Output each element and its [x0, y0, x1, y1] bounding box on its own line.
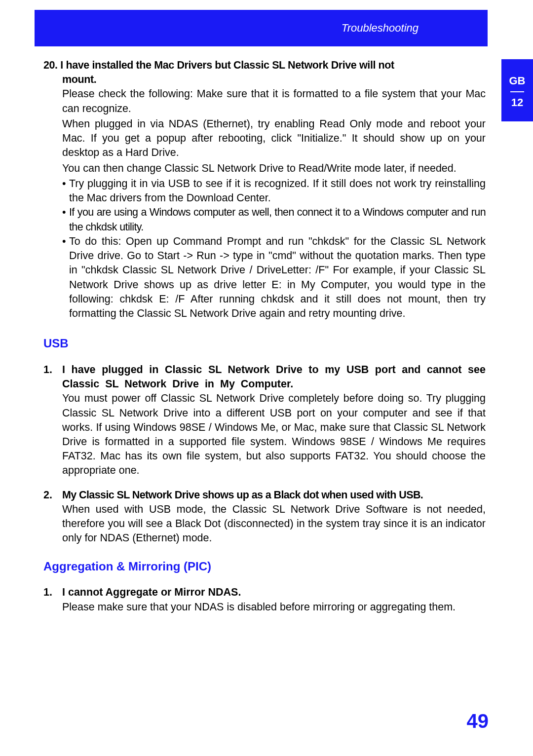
faq-body: You must power off Classic SL Network Dr…	[43, 391, 486, 478]
faq-20-bullets: • Try plugging it in via USB to see if i…	[43, 177, 486, 321]
section-heading-aggregation: Aggregation & Mirroring (PIC)	[43, 559, 486, 575]
side-tab: GB 12	[501, 59, 533, 121]
faq-20-body: Please check the following: Make sure th…	[43, 87, 486, 175]
side-tab-divider	[510, 91, 524, 92]
faq-num: 2.	[43, 488, 62, 502]
bullet-row: • If you are using a Windows computer as…	[62, 205, 486, 234]
bullet-icon: •	[62, 205, 69, 234]
faq-20-p1: Please check the following: Make sure th…	[62, 87, 486, 115]
faq-20-title-l2: mount.	[43, 74, 96, 85]
bullet-icon: •	[62, 234, 69, 321]
faq-num: 1.	[43, 363, 62, 391]
header-title: Troubleshooting	[342, 22, 419, 35]
bullet-text: To do this: Open up Command Prompt and r…	[69, 234, 486, 321]
faq-head: 1. I have plugged in Classic SL Network …	[43, 363, 486, 391]
header-band: Troubleshooting	[35, 10, 488, 46]
page-content: 20. I have installed the Mac Drivers but…	[43, 58, 486, 624]
bullet-row: • Try plugging it in via USB to see if i…	[62, 177, 486, 205]
section-heading-usb: USB	[43, 336, 486, 352]
faq-20-num: 20.	[43, 59, 58, 71]
faq-body: When used with USB mode, the Classic SL …	[43, 502, 486, 546]
side-tab-lang: GB	[509, 75, 526, 87]
faq-num: 1.	[43, 585, 62, 600]
faq-20-p2: When plugged in via NDAS (Ethernet), try…	[62, 117, 486, 160]
faq-item-agg-1: 1. I cannot Aggregate or Mirror NDAS. Pl…	[43, 585, 486, 614]
faq-title: My Classic SL Network Drive shows up as …	[62, 488, 486, 502]
bullet-icon: •	[62, 177, 69, 205]
bullet-text: Try plugging it in via USB to see if it …	[69, 177, 486, 205]
side-tab-num: 12	[511, 96, 523, 109]
bullet-row: • To do this: Open up Command Prompt and…	[62, 234, 486, 321]
faq-title: I cannot Aggregate or Mirror NDAS.	[62, 585, 486, 600]
page-number: 49	[467, 710, 489, 732]
faq-item-usb-1: 1. I have plugged in Classic SL Network …	[43, 363, 486, 478]
faq-20-p3: You can then change Classic SL Network D…	[62, 161, 486, 176]
faq-item-usb-2: 2. My Classic SL Network Drive shows up …	[43, 488, 486, 546]
faq-head: 1. I cannot Aggregate or Mirror NDAS.	[43, 585, 486, 600]
faq-body: Please make sure that your NDAS is disab…	[43, 600, 486, 614]
bullet-text: If you are using a Windows computer as w…	[69, 205, 486, 234]
faq-item-20: 20. I have installed the Mac Drivers but…	[43, 58, 486, 321]
faq-title: I have plugged in Classic SL Network Dri…	[62, 363, 486, 391]
faq-head: 2. My Classic SL Network Drive shows up …	[43, 488, 486, 502]
faq-20-title-l1: I have installed the Mac Drivers but Cla…	[60, 59, 394, 71]
faq-20-title: 20. I have installed the Mac Drivers but…	[43, 58, 486, 87]
